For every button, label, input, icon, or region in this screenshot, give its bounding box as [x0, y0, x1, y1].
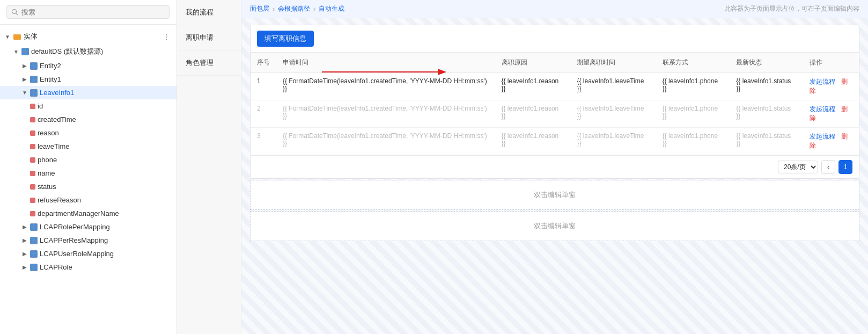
page-size-select[interactable]: 20条/页 [778, 161, 818, 173]
start-flow-link[interactable]: 发起流程 [810, 133, 835, 140]
main-content: 面包层 › 会根据路径 › 自动生成 此容器为子页面显示占位，可在子页面编辑内容… [241, 0, 868, 334]
expand-arrow-icon: ▶ [21, 251, 28, 257]
cell-leave-time: {{ leaveInfo1.leaveTime }} [570, 100, 656, 128]
field-dot-icon [30, 130, 35, 136]
nav-resign-apply[interactable]: 离职申请 [177, 25, 241, 50]
col-reason: 离职原因 [495, 53, 571, 73]
search-icon [11, 9, 18, 16]
start-flow-link[interactable]: 发起流程 [810, 105, 835, 113]
lcapuser-role-label: LCAPUserRoleMapping [40, 250, 170, 258]
expand-arrow-icon: ▶ [21, 237, 28, 244]
field-leave-time-label: leaveTime [38, 142, 170, 150]
lcaprole-label: LCAPRole [40, 263, 170, 271]
datasource-label: defaultDS (默认数据源) [31, 47, 170, 56]
tree-root-entities[interactable]: ▼ 实体 ⋮ [0, 29, 176, 44]
tree-lcapper-res-mapping[interactable]: ▶ LCAPPerResMapping [0, 234, 176, 247]
field-dept-manager[interactable]: departmentManagerName [0, 207, 176, 220]
field-phone[interactable]: phone [0, 153, 176, 166]
field-leave-time[interactable]: leaveTime [0, 140, 176, 153]
entity-icon [30, 250, 38, 258]
cell-actions: 发起流程 删除 [803, 128, 859, 155]
cell-status: {{ leaveInfo1.status }} [730, 128, 803, 155]
pagination-bar: 20条/页 ‹ 1 [251, 155, 859, 178]
root-entities-label: 实体 [24, 32, 161, 41]
tree-lcaprole-per-mapping[interactable]: ▶ LCAPRolePerMapping [0, 220, 176, 234]
datasource-icon [21, 48, 29, 55]
field-status[interactable]: status [0, 180, 176, 193]
more-icon[interactable]: ⋮ [163, 33, 170, 41]
expand-arrow-icon: ▶ [21, 224, 28, 230]
search-input[interactable] [21, 8, 165, 16]
field-dept-manager-label: departmentManagerName [38, 209, 170, 217]
tree-datasource[interactable]: ▼ defaultDS (默认数据源) [0, 44, 176, 59]
field-id[interactable]: id [0, 99, 176, 113]
cell-num: 2 [251, 100, 276, 128]
nav-my-flow[interactable]: 我的流程 [177, 0, 241, 25]
search-input-wrap[interactable] [6, 5, 170, 19]
field-created-time[interactable]: createdTime [0, 113, 176, 126]
breadcrumb-current: 自动生成 [319, 4, 344, 13]
tree-section: ▼ 实体 ⋮ ▼ defaultDS (默认数据源) ▶ Entity2 [0, 25, 176, 334]
folder-icon [13, 32, 21, 41]
col-leave-time: 期望离职时间 [570, 53, 656, 73]
field-reason-label: reason [38, 129, 170, 137]
cell-num: 3 [251, 128, 276, 155]
tree-entity2[interactable]: ▶ Entity2 [0, 59, 176, 72]
field-name[interactable]: name [0, 166, 176, 180]
leaveinfo1-label: LeaveInfo1 [40, 89, 170, 97]
data-table: 序号 申请时间 离职原因 期望离职时间 联系方式 最新状态 操作 1 {{ Fo… [251, 53, 859, 155]
double-click-area-2[interactable]: 双击编辑单窗 [250, 211, 859, 241]
breadcrumb-item-0[interactable]: 面包层 [250, 4, 269, 13]
lcaprole-per-label: LCAPRolePerMapping [40, 223, 170, 231]
table-row: 1 {{ FormatDateTime(leaveInfo1.createdTi… [251, 73, 859, 100]
tree-entity1[interactable]: ▶ Entity1 [0, 72, 176, 86]
cell-leave-time: {{ leaveInfo1.leaveTime }} [570, 128, 656, 155]
page-1-btn[interactable]: 1 [838, 160, 852, 174]
fill-resign-btn[interactable]: 填写离职信息 [257, 31, 314, 47]
cell-actions: 发起流程 删除 [803, 73, 859, 100]
col-created-time: 申请时间 [276, 53, 495, 73]
entity-icon [30, 264, 38, 271]
breadcrumb: 面包层 › 会根据路径 › 自动生成 此容器为子页面显示占位，可在子页面编辑内容 [241, 0, 868, 18]
field-refuse-reason[interactable]: refuseReason [0, 193, 176, 207]
field-reason[interactable]: reason [0, 126, 176, 140]
svg-line-1 [16, 13, 18, 15]
cell-created-time: {{ FormatDateTime(leaveInfo1.createdTime… [276, 73, 495, 100]
expand-arrow-icon: ▼ [4, 33, 11, 40]
field-refuse-reason-label: refuseReason [38, 196, 170, 204]
field-dot-icon [30, 157, 35, 163]
field-dot-icon [30, 198, 35, 203]
field-name-label: name [38, 169, 170, 177]
cell-status: {{ leaveInfo1.status }} [730, 73, 803, 100]
tree-lcapuser-role-mapping[interactable]: ▶ LCAPUserRoleMapping [0, 247, 176, 260]
entity1-label: Entity1 [40, 75, 170, 83]
expand-arrow-icon: ▶ [21, 76, 28, 83]
expand-arrow-icon: ▶ [21, 63, 28, 69]
entity-icon [30, 89, 38, 97]
breadcrumb-item-1[interactable]: 会根据路径 [278, 4, 310, 13]
tree-lcaprole[interactable]: ▶ LCAPRole [0, 260, 176, 274]
expand-arrow-icon: ▼ [21, 90, 28, 96]
nav-role-management[interactable]: 角色管理 [177, 50, 241, 76]
lcapper-res-label: LCAPPerResMapping [40, 236, 170, 244]
breadcrumb-sep-1: › [313, 5, 315, 13]
field-dot-icon [30, 144, 35, 149]
sidebar: ▼ 实体 ⋮ ▼ defaultDS (默认数据源) ▶ Entity2 [0, 0, 177, 334]
entity-icon [30, 223, 38, 231]
content-area: 填写离职信息 序号 申请时间 离职原因 期望离职时间 联系方式 最新状态 操作 [241, 18, 868, 334]
start-flow-link[interactable]: 发起流程 [810, 78, 835, 85]
cell-num: 1 [251, 73, 276, 100]
white-panel: 填写离职信息 序号 申请时间 离职原因 期望离职时间 联系方式 最新状态 操作 [250, 25, 859, 179]
col-action: 操作 [803, 53, 859, 73]
field-dot-icon [30, 117, 35, 122]
cell-created-time: {{ FormatDateTime(leaveInfo1.createdTime… [276, 100, 495, 128]
svg-point-0 [12, 10, 17, 14]
field-dot-icon [30, 211, 35, 216]
breadcrumb-sep-0: › [273, 5, 275, 13]
double-click-area-1[interactable]: 双击编辑单窗 [250, 180, 859, 210]
cell-reason: {{ leaveInfo1.reason }} [495, 100, 571, 128]
prev-page-btn[interactable]: ‹ [821, 160, 835, 174]
field-id-label: id [38, 102, 170, 110]
tree-leaveinfo1[interactable]: ▼ LeaveInfo1 [0, 86, 176, 99]
cell-phone: {{ leaveInfo1.phone }} [656, 100, 730, 128]
